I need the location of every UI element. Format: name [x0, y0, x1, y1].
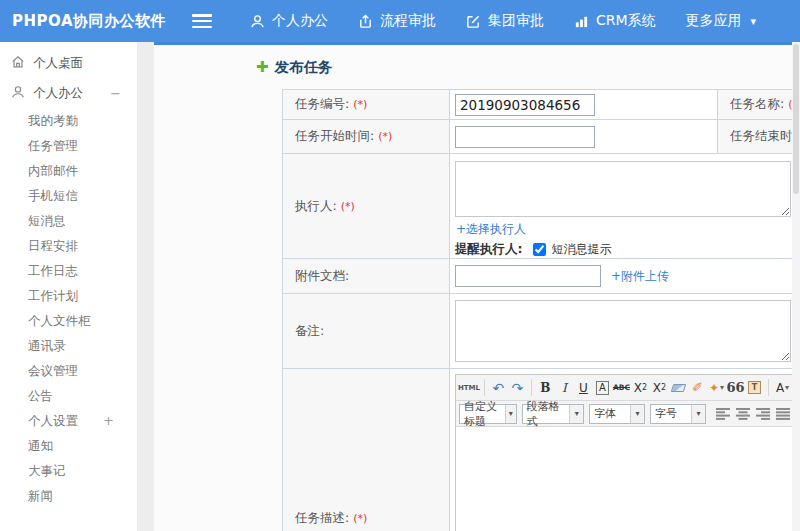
sidebar-item-news[interactable]: 新闻: [0, 483, 137, 508]
paste-as-text-icon[interactable]: T: [746, 378, 763, 398]
caret-down-icon: ▾: [720, 383, 724, 392]
strikethrough-button[interactable]: ABC: [613, 378, 630, 398]
task-name-label: 任务名称:(*): [718, 90, 800, 120]
sidebar-item-work-log[interactable]: 工作日志: [0, 258, 137, 283]
nav-item-process-approval[interactable]: 流程审批: [358, 12, 436, 30]
table-row: 备注:: [283, 294, 800, 369]
scrollbar-thumb[interactable]: [793, 44, 799, 194]
attachment-input[interactable]: [455, 265, 601, 287]
align-center-icon[interactable]: [735, 405, 751, 423]
table-row: 执行人:(*) +选择执行人 提醒执行人: 短消息提示: [283, 154, 800, 259]
task-no-cell: [450, 90, 718, 120]
align-left-icon[interactable]: [715, 405, 731, 423]
editor-content-area[interactable]: [456, 427, 794, 531]
start-time-cell: [450, 120, 718, 154]
sidebar-item-label: 个人桌面: [33, 55, 83, 72]
top-navbar: PHPOA协同办公软件 个人办公 流程审批 集团审批: [0, 0, 800, 42]
sidebar-item-work-plan[interactable]: 工作计划: [0, 283, 137, 308]
custom-heading-select[interactable]: 自定义标题▾: [459, 404, 517, 424]
sidebar-item-file-cabinet[interactable]: 个人文件柜: [0, 308, 137, 333]
font-size-select[interactable]: 字号▾: [650, 404, 706, 424]
nav-item-more-apps[interactable]: 更多应用 ▾: [686, 12, 757, 30]
caret-down-icon: ▾: [751, 15, 757, 28]
superscript-button[interactable]: X2: [632, 378, 649, 398]
autoformat-wand-icon[interactable]: ✦▾: [708, 378, 725, 398]
blockquote-button[interactable]: 66: [727, 378, 744, 398]
sidebar-item-meeting[interactable]: 会议管理: [0, 358, 137, 383]
sidebar-item-personal-office[interactable]: 个人办公 −: [0, 78, 137, 108]
sidebar-item-mobile-sms[interactable]: 手机短信: [0, 183, 137, 208]
font-color-button[interactable]: A▾: [774, 378, 791, 398]
caret-down-icon: ▾: [785, 383, 789, 392]
sidebar-item-internal-mail[interactable]: 内部邮件: [0, 158, 137, 183]
plus-icon: ✚: [256, 60, 269, 75]
user-icon: [250, 14, 265, 29]
nav-item-group-approval[interactable]: 集团审批: [466, 12, 544, 30]
paragraph-format-select[interactable]: 段落格式▾: [522, 404, 585, 424]
italic-button[interactable]: I: [556, 378, 573, 398]
underline-button[interactable]: U: [575, 378, 592, 398]
sidebar-item-milestones[interactable]: 大事记: [0, 458, 137, 483]
start-time-label: 任务开始时间:(*): [283, 120, 450, 154]
vertical-scrollbar[interactable]: [792, 42, 800, 531]
menu-toggle-icon[interactable]: [192, 14, 212, 28]
html-source-button[interactable]: HTML: [459, 378, 479, 398]
attachment-upload-link[interactable]: +附件上传: [611, 269, 669, 283]
start-time-input[interactable]: [455, 126, 595, 148]
user-icon: [11, 85, 25, 102]
editor-toolbar-row2: 自定义标题▾ 段落格式▾ 字体▾ 字号▾: [456, 401, 794, 427]
publish-task-form: 任务编号:(*) 任务名称:(*) 任务开始时间:(*) 任务结束时间:(*): [282, 89, 800, 531]
nav-item-label: CRM系统: [596, 12, 656, 30]
home-icon: [11, 55, 25, 72]
edit-square-icon: [466, 14, 481, 29]
sidebar-item-schedule[interactable]: 日程安排: [0, 233, 137, 258]
nav-item-crm[interactable]: CRM系统: [574, 12, 656, 30]
nav-menu: 个人办公 流程审批 集团审批 CRM系统 更多应用: [250, 12, 756, 30]
task-no-label: 任务编号:(*): [283, 90, 450, 120]
table-row: 附件文档: +附件上传: [283, 259, 800, 294]
redo-icon[interactable]: ↷: [509, 378, 526, 398]
attachment-label: 附件文档:: [283, 259, 450, 294]
content-panel: ✚ 发布任务 任务编号:(*) 任务名称:(*) 任务开始时间:(*): [154, 42, 800, 531]
align-right-icon[interactable]: [755, 405, 771, 423]
bold-button[interactable]: B: [537, 378, 554, 398]
sidebar-item-personal-settings[interactable]: 个人设置 +: [0, 408, 137, 433]
sidebar-item-desktop[interactable]: 个人桌面: [0, 48, 137, 78]
remark-textarea[interactable]: [455, 300, 791, 362]
subscript-button[interactable]: X2: [651, 378, 668, 398]
font-family-select[interactable]: 字体▾: [589, 404, 645, 424]
process-approval-icon: [358, 14, 373, 29]
nav-item-label: 集团审批: [488, 12, 544, 30]
sidebar-item-notice[interactable]: 通知: [0, 433, 137, 458]
sidebar-item-announcement[interactable]: 公告: [0, 383, 137, 408]
description-cell: HTML ↶ ↷ B I U A ABC X2: [450, 369, 800, 531]
align-justify-icon[interactable]: [775, 405, 791, 423]
nav-item-personal-office[interactable]: 个人办公: [250, 12, 328, 30]
expand-icon[interactable]: +: [103, 408, 114, 433]
caret-down-icon: ▾: [691, 405, 705, 423]
choose-executor-link[interactable]: +选择执行人: [456, 222, 526, 236]
sidebar-item-task-management[interactable]: 任务管理: [0, 133, 137, 158]
executor-label: 执行人:(*): [283, 154, 450, 259]
end-time-label: 任务结束时间:(*): [718, 120, 800, 154]
caret-down-icon: ▾: [569, 405, 583, 423]
collapse-icon[interactable]: −: [110, 86, 121, 101]
border-text-button[interactable]: A: [594, 378, 611, 398]
eraser-icon[interactable]: [670, 378, 687, 398]
format-brush-icon[interactable]: ✐: [689, 378, 706, 398]
sidebar-item-contacts[interactable]: 通讯录: [0, 333, 137, 358]
description-label: 任务描述:(*): [283, 369, 450, 531]
remind-executor-label: 提醒执行人:: [455, 241, 523, 258]
page-title: ✚ 发布任务: [256, 58, 800, 77]
executor-textarea[interactable]: [455, 161, 791, 217]
nav-item-label: 个人办公: [272, 12, 328, 30]
caret-down-icon: ▾: [630, 405, 644, 423]
remark-cell: [450, 294, 800, 369]
sidebar-item-attendance[interactable]: 我的考勤: [0, 108, 137, 133]
table-row: 任务描述:(*) HTML ↶ ↷ B I U: [283, 369, 800, 531]
sms-remind-checkbox[interactable]: [533, 243, 546, 256]
undo-icon[interactable]: ↶: [490, 378, 507, 398]
task-no-input[interactable]: [455, 94, 595, 116]
main-area: ✚ 发布任务 任务编号:(*) 任务名称:(*) 任务开始时间:(*): [138, 42, 800, 531]
sidebar-item-short-message[interactable]: 短消息: [0, 208, 137, 233]
